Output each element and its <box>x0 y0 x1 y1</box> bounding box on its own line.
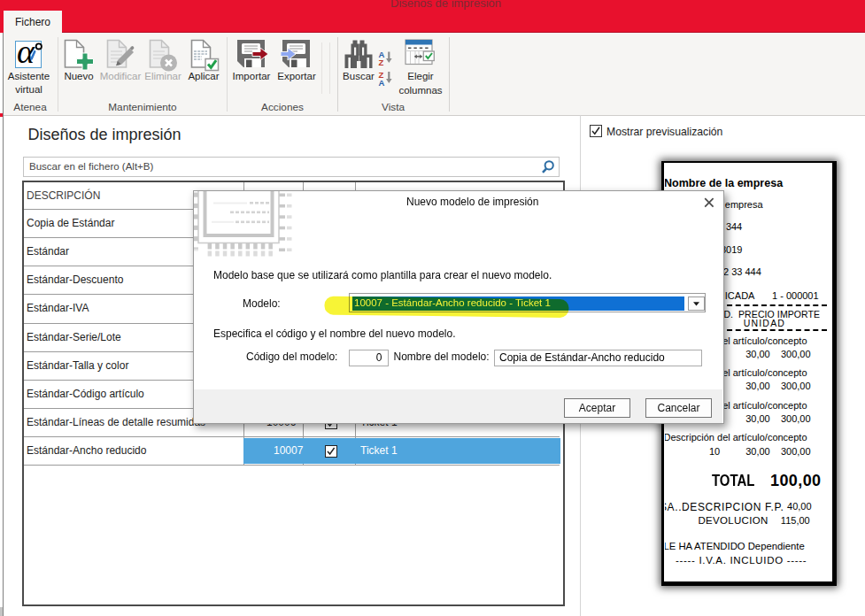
svg-text:A: A <box>379 78 385 88</box>
svg-text:Z: Z <box>379 58 384 67</box>
